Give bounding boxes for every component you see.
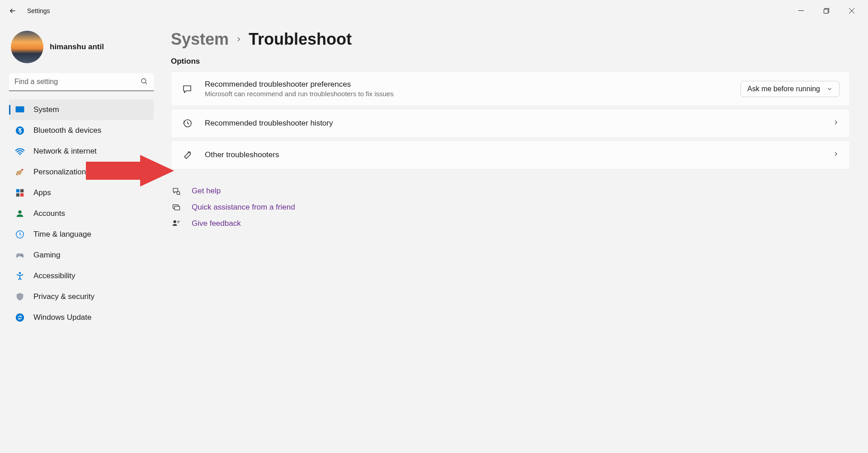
sidebar-item-system[interactable]: System [9,99,154,120]
accounts-icon [14,208,25,219]
accessibility-icon [14,271,25,281]
svg-rect-4 [16,107,24,112]
svg-point-13 [18,210,21,214]
sidebar-item-label: Network & internet [33,147,97,156]
svg-point-17 [19,272,21,274]
card-other-troubleshooters[interactable]: Other troubleshooters [171,140,850,169]
card-title: Recommended troubleshooter preferences [205,80,729,89]
apps-icon [14,187,25,198]
chevron-right-icon [832,119,840,128]
help-link-label: Quick assistance from a friend [192,203,295,212]
close-icon [849,8,854,14]
nav-list: System Bluetooth & devices Network & int… [9,99,159,328]
wrench-icon [181,149,193,161]
sidebar-item-personalization[interactable]: Personalization [9,162,154,182]
sidebar-item-label: Gaming [33,251,61,260]
quick-assist-icon [171,203,182,212]
sidebar-item-label: Privacy & security [33,292,94,301]
dropdown-value: Ask me before running [747,85,820,93]
search-wrap [9,73,154,91]
sidebar-item-time-language[interactable]: Time & language [9,224,154,245]
breadcrumb-parent[interactable]: System [171,30,229,49]
sidebar-item-label: Windows Update [33,313,92,322]
card-title: Other troubleshooters [205,150,821,159]
svg-rect-9 [16,189,19,192]
chat-icon [181,83,193,95]
network-icon [14,146,25,157]
user-name: himanshu antil [50,42,104,51]
sidebar-item-accessibility[interactable]: Accessibility [9,266,154,286]
close-button[interactable] [839,4,864,18]
search-input[interactable] [9,73,154,91]
sidebar-item-label: System [33,105,59,114]
sidebar-item-label: Accessibility [33,271,75,280]
help-link-label: Give feedback [192,219,241,228]
svg-rect-0 [798,10,804,11]
card-body: Other troubleshooters [205,150,821,159]
svg-rect-12 [20,193,24,196]
app-title: Settings [27,7,50,14]
svg-rect-11 [16,193,19,196]
sidebar-item-label: Personalization [33,168,86,177]
gaming-icon [14,250,25,261]
sidebar-item-label: Accounts [33,209,65,218]
sidebar-item-label: Bluetooth & devices [33,126,101,135]
bluetooth-icon [14,125,25,136]
svg-rect-22 [175,206,180,210]
sidebar-item-label: Time & language [33,230,91,239]
help-links: Get help Quick assistance from a friend … [171,183,850,232]
get-help-link[interactable]: Get help [171,183,850,199]
svg-point-18 [16,313,24,322]
personalization-icon [14,167,25,177]
help-icon [171,187,182,196]
system-icon [14,104,25,115]
back-button[interactable] [4,2,22,20]
svg-point-15 [21,255,22,256]
maximize-icon [824,8,829,14]
sidebar: himanshu antil System Bluetooth & device… [0,22,163,453]
svg-point-16 [22,256,23,257]
sidebar-item-windows-update[interactable]: Windows Update [9,307,154,328]
window-controls [788,4,864,18]
help-link-label: Get help [192,187,221,196]
main-content: System Troubleshoot Options Recommended … [163,22,868,453]
section-label: Options [171,57,850,66]
sidebar-item-bluetooth[interactable]: Bluetooth & devices [9,120,154,141]
sidebar-item-label: Apps [33,188,51,197]
user-profile[interactable]: himanshu antil [9,27,159,71]
svg-point-7 [19,154,21,155]
history-icon [181,117,193,129]
avatar [11,31,43,63]
card-troubleshooter-history[interactable]: Recommended troubleshooter history [171,109,850,138]
give-feedback-link[interactable]: Give feedback [171,215,850,232]
card-body: Recommended troubleshooter history [205,119,821,128]
svg-rect-10 [20,189,24,192]
breadcrumb-current: Troubleshoot [249,30,352,49]
privacy-icon [14,291,25,302]
card-title: Recommended troubleshooter history [205,119,821,128]
card-body: Recommended troubleshooter preferences M… [205,80,729,98]
chevron-down-icon [826,86,833,92]
quick-assist-link[interactable]: Quick assistance from a friend [171,199,850,215]
card-subtitle: Microsoft can recommend and run troubles… [205,90,729,98]
time-language-icon [14,229,25,240]
sidebar-item-apps[interactable]: Apps [9,182,154,203]
maximize-button[interactable] [814,4,839,18]
sidebar-item-privacy[interactable]: Privacy & security [9,286,154,307]
svg-point-8 [22,169,24,171]
svg-point-20 [177,191,180,195]
minimize-icon [798,8,804,14]
card-recommended-preferences[interactable]: Recommended troubleshooter preferences M… [171,71,850,106]
svg-point-23 [174,220,176,223]
sidebar-item-accounts[interactable]: Accounts [9,203,154,224]
titlebar: Settings [0,0,868,22]
minimize-button[interactable] [788,4,814,18]
preferences-dropdown[interactable]: Ask me before running [741,81,840,97]
sidebar-item-gaming[interactable]: Gaming [9,245,154,266]
back-arrow-icon [9,7,17,15]
chevron-right-icon [235,33,242,46]
feedback-icon [171,219,182,228]
windows-update-icon [14,312,25,323]
chevron-right-icon [832,150,840,159]
sidebar-item-network[interactable]: Network & internet [9,141,154,162]
